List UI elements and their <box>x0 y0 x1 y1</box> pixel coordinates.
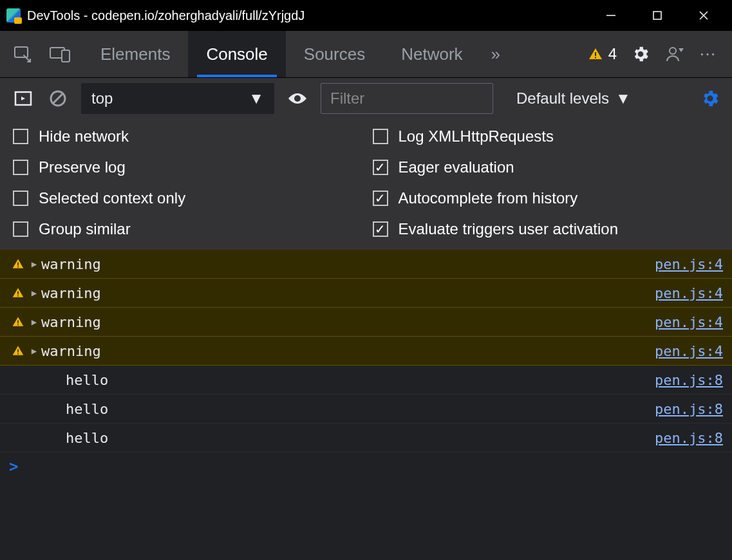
setting-label: Preserve log <box>39 158 126 176</box>
account-icon[interactable] <box>664 44 685 64</box>
inspect-element-icon[interactable] <box>4 31 41 77</box>
tab-elements[interactable]: Elements <box>82 31 188 77</box>
log-row[interactable]: ▶warningpen.js:4 <box>0 279 732 308</box>
device-toolbar-icon[interactable] <box>41 31 79 77</box>
disclosure-triangle-icon: ▶ <box>27 288 41 298</box>
svg-rect-19 <box>17 324 19 326</box>
warnings-count: 4 <box>608 45 617 63</box>
disclosure-triangle-icon: ▶ <box>27 259 41 269</box>
disclosure-triangle-icon: ▶ <box>27 317 41 327</box>
log-source-link[interactable]: pen.js:4 <box>655 314 723 330</box>
console-prompt[interactable]: > <box>0 453 732 481</box>
log-row[interactable]: ▶hellopen.js:8 <box>0 424 732 453</box>
devtools-tabbar: Elements Console Sources Network » 4 ⋯ <box>0 31 732 77</box>
warning-triangle-icon <box>588 46 603 62</box>
log-source-link[interactable]: pen.js:4 <box>655 343 723 359</box>
svg-rect-21 <box>17 353 19 355</box>
setting-label: Evaluate triggers user activation <box>399 220 619 238</box>
setting-label: Autocomplete from history <box>399 189 578 207</box>
checkbox-icon <box>373 160 388 175</box>
app-icon <box>6 8 21 23</box>
log-message: hello <box>41 430 655 446</box>
close-button[interactable] <box>680 0 727 31</box>
setting-label: Eager evaluation <box>399 158 514 176</box>
context-selector[interactable]: top ▼ <box>81 83 274 114</box>
log-message: warning <box>41 314 655 330</box>
log-message: warning <box>41 343 655 359</box>
tab-network[interactable]: Network <box>383 31 480 77</box>
log-row[interactable]: ▶warningpen.js:4 <box>0 250 732 279</box>
console-settings-panel: Hide networkLog XMLHttpRequestsPreserve … <box>0 118 732 250</box>
warning-triangle-icon <box>9 257 27 270</box>
window-title: DevTools - codepen.io/zoherghadyali/full… <box>27 8 305 23</box>
svg-rect-18 <box>17 321 19 324</box>
checkbox-icon <box>13 191 28 206</box>
svg-rect-8 <box>595 57 596 59</box>
tab-console[interactable]: Console <box>188 31 285 77</box>
panel-tabs: Elements Console Sources Network » <box>82 31 511 77</box>
svg-line-12 <box>53 93 63 104</box>
minimize-button[interactable] <box>588 0 634 31</box>
svg-point-9 <box>670 48 676 54</box>
disclosure-triangle-icon: ▶ <box>27 346 41 356</box>
prompt-caret-icon: > <box>9 458 18 476</box>
setting-label: Hide network <box>39 127 129 145</box>
log-source-link[interactable]: pen.js:8 <box>655 401 723 417</box>
setting-autocomplete-from-history[interactable]: Autocomplete from history <box>373 189 720 207</box>
svg-rect-14 <box>17 263 19 266</box>
log-message: hello <box>41 372 655 388</box>
tab-sources[interactable]: Sources <box>286 31 383 77</box>
warning-triangle-icon <box>9 286 27 299</box>
console-log-list: ▶warningpen.js:4▶warningpen.js:4▶warning… <box>0 250 732 453</box>
svg-rect-16 <box>17 292 19 295</box>
log-source-link[interactable]: pen.js:4 <box>655 256 723 272</box>
console-settings-button[interactable] <box>700 88 720 109</box>
checkbox-icon <box>373 129 388 144</box>
sidebar-toggle-icon[interactable] <box>12 87 35 110</box>
log-levels-selector[interactable]: Default levels ▼ <box>516 89 631 107</box>
svg-rect-6 <box>62 50 70 62</box>
log-message: warning <box>41 256 655 272</box>
setting-group-similar[interactable]: Group similar <box>13 220 360 238</box>
context-value: top <box>91 89 113 107</box>
svg-rect-7 <box>595 52 596 56</box>
setting-hide-network[interactable]: Hide network <box>13 127 360 145</box>
log-source-link[interactable]: pen.js:8 <box>655 372 723 388</box>
log-source-link[interactable]: pen.js:4 <box>655 285 723 301</box>
checkbox-icon <box>373 191 388 206</box>
log-row[interactable]: ▶warningpen.js:4 <box>0 308 732 337</box>
tabs-overflow-button[interactable]: » <box>481 31 511 77</box>
settings-button[interactable] <box>631 44 650 64</box>
setting-preserve-log[interactable]: Preserve log <box>13 158 360 176</box>
maximize-button[interactable] <box>634 0 680 31</box>
svg-rect-1 <box>653 12 661 19</box>
setting-log-xmlhttprequests[interactable]: Log XMLHttpRequests <box>373 127 720 145</box>
setting-evaluate-triggers-user-activation[interactable]: Evaluate triggers user activation <box>373 220 720 238</box>
svg-rect-15 <box>17 266 19 268</box>
log-message: warning <box>41 285 655 301</box>
log-message: hello <box>41 401 655 417</box>
chevron-down-icon: ▼ <box>615 89 631 107</box>
chevron-down-icon: ▼ <box>249 89 264 107</box>
svg-rect-4 <box>15 47 28 57</box>
checkbox-icon <box>13 160 28 175</box>
setting-eager-evaluation[interactable]: Eager evaluation <box>373 158 720 176</box>
log-row[interactable]: ▶hellopen.js:8 <box>0 366 732 395</box>
live-expression-icon[interactable] <box>286 87 309 110</box>
svg-point-13 <box>296 97 299 100</box>
setting-label: Selected context only <box>39 189 185 207</box>
clear-console-icon[interactable] <box>46 87 70 110</box>
filter-input[interactable] <box>321 83 493 114</box>
warnings-badge[interactable]: 4 <box>588 45 617 63</box>
setting-label: Group similar <box>39 220 131 238</box>
log-row[interactable]: ▶hellopen.js:8 <box>0 395 732 424</box>
checkbox-icon <box>13 221 28 237</box>
log-row[interactable]: ▶warningpen.js:4 <box>0 337 732 366</box>
warning-triangle-icon <box>9 344 27 357</box>
setting-selected-context-only[interactable]: Selected context only <box>13 189 360 207</box>
svg-rect-20 <box>17 350 19 353</box>
setting-label: Log XMLHttpRequests <box>399 127 554 145</box>
checkbox-icon <box>373 221 388 237</box>
more-menu-button[interactable]: ⋯ <box>699 44 718 64</box>
log-source-link[interactable]: pen.js:8 <box>655 430 723 446</box>
